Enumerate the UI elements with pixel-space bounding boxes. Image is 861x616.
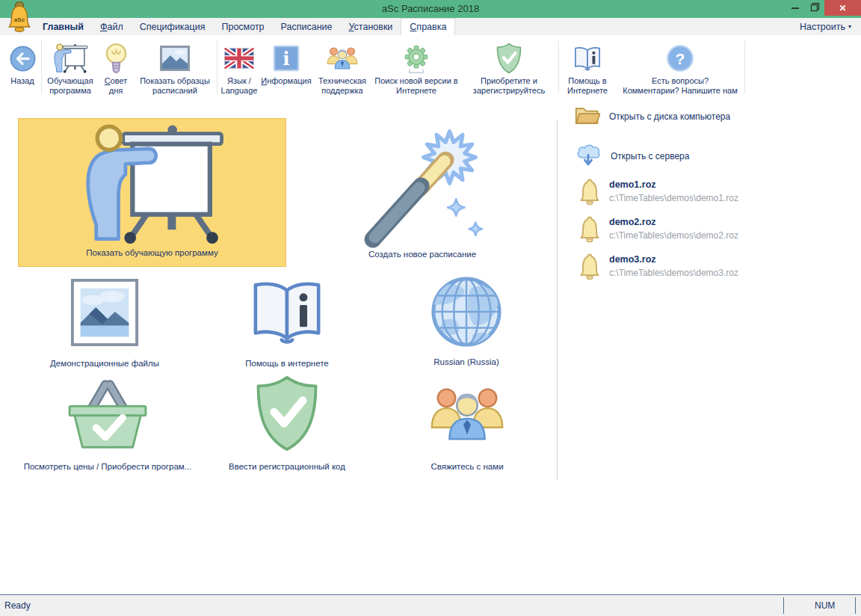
toolbar-check-update-button[interactable]: Поиск новой версии в Интернете bbox=[373, 35, 460, 96]
tab-raspisanie[interactable]: Расписание bbox=[273, 18, 341, 35]
tab-label: Спецификация bbox=[140, 22, 206, 32]
tile-label: Демонстрационные файлы bbox=[50, 359, 159, 368]
right-panel-separator bbox=[557, 120, 558, 480]
recent-file-demo3[interactable]: demo3.roz c:\TimeTables\demos\demo3.roz bbox=[579, 253, 738, 284]
file-path: c:\TimeTables\demos\demo1.roz bbox=[609, 193, 738, 203]
chevron-down-icon: ▾ bbox=[848, 23, 851, 30]
toolbar-label: Техническая поддержка bbox=[312, 76, 373, 96]
back-icon bbox=[10, 42, 36, 75]
status-bar: Ready NUM bbox=[0, 594, 861, 616]
tab-fail[interactable]: Файл bbox=[92, 18, 132, 35]
tab-spravka[interactable]: Справка bbox=[401, 18, 455, 35]
window-title: aSc Расписание 2018 bbox=[0, 3, 861, 14]
toolbar-language-button[interactable]: Язык / Language bbox=[217, 35, 261, 96]
help-online-tile[interactable]: Помощь в интернете bbox=[212, 275, 362, 368]
file-meta: demo2.roz c:\TimeTables\demos\demo2.roz bbox=[609, 215, 738, 247]
toolbar-help-online-button[interactable]: Помощь в Интернете bbox=[559, 35, 616, 96]
demo-files-picture-icon bbox=[70, 275, 140, 350]
tab-label: Просмотр bbox=[221, 22, 264, 32]
customize-label: Настроить bbox=[800, 22, 845, 32]
toolbar-label: Язык / Language bbox=[217, 76, 261, 96]
tab-ustanovki[interactable]: Установки bbox=[340, 18, 401, 35]
file-path: c:\TimeTables\demos\demo2.roz bbox=[609, 230, 738, 241]
bell-file-icon bbox=[579, 215, 600, 247]
ribbon-toolbar: Назад Обучающая программа bbox=[0, 35, 861, 99]
magic-wand-icon bbox=[355, 120, 490, 250]
app-logo-bell-icon[interactable]: aSc bbox=[8, 1, 31, 35]
question-icon: ? bbox=[666, 42, 694, 75]
status-ready: Ready bbox=[4, 600, 31, 611]
toolbar-separator bbox=[744, 40, 745, 94]
toolbar-information-button[interactable]: i Информация bbox=[261, 35, 312, 86]
bell-file-icon bbox=[579, 178, 600, 209]
toolbar-register-button[interactable]: Приобретите и зарегистрируйтесь bbox=[460, 35, 558, 96]
language-flag-icon bbox=[224, 42, 254, 75]
open-from-server-link[interactable]: Открыть с сервера bbox=[575, 142, 689, 170]
toolbar-label: Информация bbox=[261, 76, 311, 86]
people-icon bbox=[426, 377, 508, 452]
toolbar-sample-timetables-button[interactable]: Показать образцы расписаний bbox=[133, 35, 217, 96]
show-tutorial-tile[interactable]: Показать обучающую программу bbox=[18, 118, 286, 267]
toolbar-tip-of-day-button[interactable]: Совет дня bbox=[99, 35, 133, 96]
toolbar-label: Показать образцы расписаний bbox=[133, 76, 217, 96]
restore-button[interactable] bbox=[805, 0, 824, 16]
toolbar-support-button[interactable]: Техническая поддержка bbox=[312, 35, 373, 96]
tab-prosmotr[interactable]: Просмотр bbox=[213, 18, 272, 35]
create-new-timetable-tile[interactable]: Создать новое расписание bbox=[351, 120, 493, 259]
status-separator bbox=[855, 597, 856, 614]
svg-text:?: ? bbox=[676, 50, 685, 67]
tab-glavny[interactable]: Главный bbox=[34, 18, 92, 35]
recent-file-demo2[interactable]: demo2.roz c:\TimeTables\demos\demo2.roz bbox=[579, 215, 738, 247]
tile-label: Посмотреть цены / Приобрести програм... bbox=[24, 462, 192, 471]
tile-label: Помощь в интернете bbox=[245, 359, 329, 368]
file-meta: demo3.roz c:\TimeTables\demos\demo3.roz bbox=[609, 253, 738, 284]
svg-text:i: i bbox=[283, 49, 290, 70]
contact-us-tile[interactable]: Свяжитесь с нами bbox=[375, 377, 559, 471]
help-book-icon bbox=[572, 42, 603, 75]
enter-registration-code-tile[interactable]: Ввести регистрационный код bbox=[196, 374, 378, 471]
info-icon: i bbox=[273, 42, 300, 75]
recent-file-demo1[interactable]: demo1.roz c:\TimeTables\demos\demo1.roz bbox=[579, 178, 738, 209]
file-name: demo1.roz bbox=[609, 179, 738, 190]
window-controls: ✕ bbox=[786, 0, 861, 16]
titlebar: aSc Расписание 2018 bbox=[0, 0, 861, 18]
link-label: Открыть с сервера bbox=[611, 151, 689, 161]
update-gear-icon bbox=[400, 42, 433, 75]
toolbar-label: Обучающая программа bbox=[42, 76, 99, 96]
folder-icon bbox=[575, 105, 600, 128]
tab-label: Установки bbox=[348, 22, 392, 32]
tile-label: Свяжитесь с нами bbox=[430, 462, 503, 471]
minimize-button[interactable] bbox=[786, 0, 805, 16]
toolbar-back-button[interactable]: Назад bbox=[4, 35, 41, 86]
status-separator bbox=[783, 597, 784, 614]
status-num-lock: NUM bbox=[815, 600, 835, 611]
tile-label: Russian (Russia) bbox=[433, 357, 499, 366]
cloud-download-icon bbox=[575, 142, 602, 170]
minimize-icon bbox=[791, 7, 799, 9]
file-name: demo2.roz bbox=[609, 217, 738, 227]
close-button[interactable]: ✕ bbox=[824, 0, 861, 16]
language-region-tile[interactable]: Russian (Russia) bbox=[392, 274, 541, 366]
basket-check-icon bbox=[62, 375, 153, 452]
toolbar-label: Назад bbox=[10, 76, 34, 86]
link-label: Открыть с диска компьютера bbox=[609, 111, 730, 122]
tab-label: Расписание bbox=[281, 22, 333, 32]
tile-label: Ввести регистрационный код bbox=[229, 462, 345, 471]
demo-files-tile[interactable]: Демонстрационные файлы bbox=[30, 275, 179, 368]
toolbar-questions-button[interactable]: ? Есть вопросы?Комментарии? Напишите нам bbox=[616, 35, 744, 96]
view-prices-tile[interactable]: Посмотреть цены / Приобрести програм... bbox=[16, 375, 199, 471]
toolbar-label: Поиск новой версии в Интернете bbox=[373, 76, 460, 96]
sample-timetables-icon bbox=[160, 42, 190, 75]
open-from-disk-link[interactable]: Открыть с диска компьютера bbox=[575, 105, 730, 128]
customize-menu[interactable]: Настроить ▾ bbox=[800, 18, 861, 35]
globe-icon bbox=[428, 274, 504, 350]
toolbar-tutorial-button[interactable]: Обучающая программа bbox=[42, 35, 99, 96]
logo-text: aSc bbox=[14, 16, 25, 23]
toolbar-label: Совет дня bbox=[99, 76, 133, 96]
close-icon: ✕ bbox=[839, 3, 846, 13]
tip-bulb-icon bbox=[104, 42, 129, 75]
toolbar-label: Приобретите и зарегистрируйтесь bbox=[460, 76, 558, 96]
file-meta: demo1.roz c:\TimeTables\demos\demo1.roz bbox=[609, 178, 738, 209]
bell-file-icon bbox=[579, 253, 600, 284]
tab-specifikaciya[interactable]: Спецификация bbox=[132, 18, 214, 35]
